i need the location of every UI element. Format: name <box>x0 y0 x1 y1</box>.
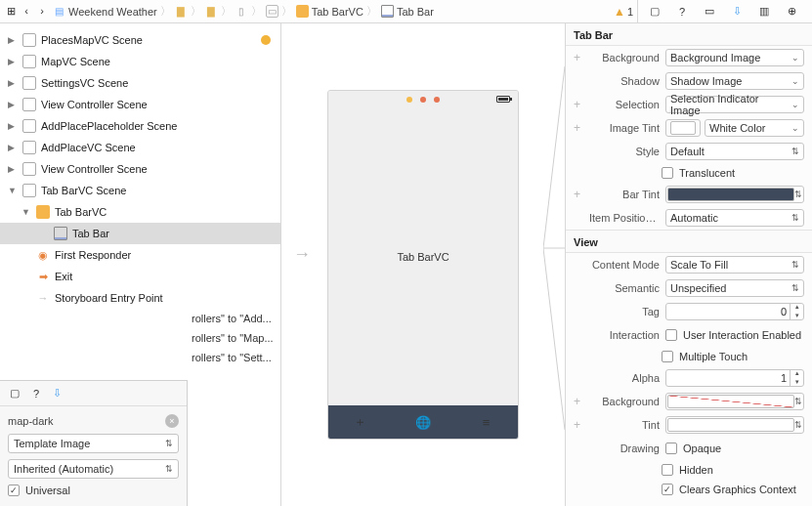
image-name-label: map-dark <box>8 415 53 427</box>
item-positioning-select[interactable]: Automatic⇅ <box>665 209 804 227</box>
image-tint-swatch[interactable] <box>665 119 701 137</box>
crumb-folder[interactable]: ▇〉 <box>175 4 201 19</box>
plus-icon[interactable]: + <box>574 51 583 64</box>
identity-inspector-icon[interactable]: ▭ <box>703 5 716 18</box>
plus-icon[interactable]: + <box>574 98 583 111</box>
scene-row[interactable]: ▶AddPlaceVC Scene <box>0 137 280 158</box>
scene-row[interactable]: ▶AddPlacePlaceholder Scene <box>0 115 280 137</box>
plus-icon[interactable]: + <box>574 395 583 408</box>
bar-tint-color[interactable]: ⇅ <box>665 186 804 203</box>
clears-checkbox[interactable] <box>662 484 673 495</box>
stepper[interactable]: ▴▾ <box>790 369 803 387</box>
attributes-icon[interactable]: ⇩ <box>53 387 62 400</box>
tabbar-icon <box>54 227 67 240</box>
back-arrow-icon[interactable]: ‹ <box>20 5 33 18</box>
connections-inspector-icon[interactable]: ⊕ <box>785 5 798 18</box>
universal-checkbox[interactable] <box>8 485 20 496</box>
document-outline: ▶PlacesMapVC Scene ▶MapVC Scene ▶Setting… <box>0 23 281 506</box>
hidden-checkbox[interactable] <box>662 464 673 476</box>
section-header-view: View <box>566 230 812 253</box>
render-as-select[interactable]: Template Image⇅ <box>8 434 179 453</box>
background-image-select[interactable]: Background Image⌄ <box>665 49 804 66</box>
outline-item-entry-point[interactable]: ▶→Storyboard Entry Point <box>0 287 280 309</box>
inspector-tabs: ▢ ? ▭ ⇩ ▥ ⊕ <box>637 0 808 23</box>
chevron-updown-icon: ⇅ <box>794 397 802 406</box>
crumb-file[interactable]: ▯〉 <box>235 4 262 19</box>
crumb-storyboard[interactable]: ▭〉 <box>266 4 292 19</box>
translucent-row[interactable]: Translucent <box>566 163 812 183</box>
warning-badge-icon <box>261 35 271 45</box>
clears-row[interactable]: Clears Graphics Context <box>566 480 812 499</box>
tint-color[interactable]: ⇅ <box>665 416 804 434</box>
canvas[interactable]: → Tab BarVC ＋ 🌐 ≡ <box>281 23 565 506</box>
plus-icon[interactable]: + <box>574 188 583 201</box>
size-inspector-icon[interactable]: ▥ <box>757 5 771 18</box>
chevron-updown-icon: ⇅ <box>794 420 802 430</box>
file-inspector-icon[interactable]: ▢ <box>10 387 20 400</box>
multiple-touch-checkbox[interactable] <box>662 351 673 362</box>
outline-item-exit[interactable]: ▶➡Exit <box>0 266 280 287</box>
file-inspector-icon[interactable]: ▢ <box>648 5 662 18</box>
scene-row[interactable]: ▶MapVC Scene <box>0 51 280 72</box>
globe-icon[interactable]: 🌐 <box>414 415 432 430</box>
plus-icon[interactable]: + <box>574 121 583 135</box>
chevron-updown-icon: ⇅ <box>165 464 173 474</box>
user-interaction-checkbox[interactable] <box>665 329 677 341</box>
quick-help-icon[interactable]: ? <box>675 6 689 18</box>
scene-row[interactable]: ▶PlacesMapVC Scene <box>0 29 280 51</box>
jump-bar: ⊞ ‹ › ▤ Weekend Weather〉 ▇〉 ▇〉 ▯〉 ▭〉 Tab… <box>0 0 812 23</box>
outline-item-first-responder[interactable]: ▶◉First Responder <box>0 244 280 266</box>
scene-icon <box>22 162 36 176</box>
multiple-touch-row[interactable]: Multiple Touch <box>566 347 812 366</box>
crumb-tabvc[interactable]: Tab BarVC〉 <box>296 4 377 19</box>
grid-icon[interactable]: ⊞ <box>4 5 18 18</box>
plus-icon[interactable]: + <box>574 418 583 432</box>
scale-select[interactable]: Inherited (Automatic)⇅ <box>8 459 179 479</box>
phone-tabbar[interactable]: ＋ 🌐 ≡ <box>328 405 518 439</box>
scene-row[interactable]: ▶View Controller Scene <box>0 158 280 180</box>
style-select[interactable]: Default⇅ <box>665 143 804 160</box>
plus-icon[interactable]: ＋ <box>351 413 368 431</box>
forward-arrow-icon[interactable]: › <box>35 5 49 18</box>
device-preview[interactable]: Tab BarVC ＋ 🌐 ≡ <box>327 90 519 440</box>
user-interaction-label: User Interaction Enabled <box>683 329 801 341</box>
chevron-updown-icon: ⇅ <box>165 439 173 448</box>
crumb-tabbar[interactable]: Tab Bar <box>381 5 434 18</box>
outline-item-tabbar[interactable]: ▶Tab Bar <box>0 223 280 244</box>
selection-image-select[interactable]: Selection Indicator Image⌄ <box>665 96 804 113</box>
shadow-image-select[interactable]: Shadow Image⌄ <box>665 72 804 90</box>
stepper[interactable]: ▴▾ <box>790 303 803 320</box>
doc-icon: ▤ <box>53 5 65 18</box>
scene-row[interactable]: ▼Tab BarVC Scene <box>0 180 280 201</box>
universal-label: Universal <box>25 485 70 496</box>
clear-icon[interactable]: × <box>165 414 179 428</box>
hidden-label: Hidden <box>679 464 713 476</box>
background-color[interactable]: ⇅ <box>665 393 804 410</box>
prop-tint: + Tint ⇅ <box>566 413 812 437</box>
chevron-down-icon: ⌄ <box>791 100 799 109</box>
crumb-folder[interactable]: ▇〉 <box>205 4 232 19</box>
content-mode-select[interactable]: Scale To Fill⇅ <box>665 256 804 274</box>
outline-ref-row[interactable]: rollers" to "Add... <box>0 309 280 328</box>
crumb-project[interactable]: ▤ Weekend Weather〉 <box>53 4 171 19</box>
hidden-row[interactable]: Hidden <box>566 460 812 480</box>
alpha-input[interactable]: 1▴▾ <box>665 369 804 387</box>
outline-item-tabvc[interactable]: ▼Tab BarVC <box>0 201 280 223</box>
tabvc-icon <box>296 5 309 18</box>
translucent-checkbox[interactable] <box>662 167 673 179</box>
attributes-inspector-icon[interactable]: ⇩ <box>730 5 744 18</box>
outline-ref-row[interactable]: rollers" to "Sett... <box>0 348 280 367</box>
menu-icon[interactable]: ≡ <box>478 415 495 430</box>
scene-row[interactable]: ▶View Controller Scene <box>0 94 280 115</box>
chevron-down-icon: ⌄ <box>791 123 799 133</box>
outline-ref-row[interactable]: rollers" to "Map... <box>0 328 280 348</box>
quick-help-icon[interactable]: ? <box>33 388 39 400</box>
image-tint-select[interactable]: White Color⌄ <box>705 119 804 137</box>
universal-row[interactable]: Universal <box>8 485 179 496</box>
opaque-checkbox[interactable] <box>665 443 677 454</box>
tag-input[interactable]: 0▴▾ <box>665 303 804 320</box>
folder-icon: ▇ <box>175 5 188 18</box>
issues-badge[interactable]: ▲ 1 <box>614 5 633 19</box>
semantic-select[interactable]: Unspecified⇅ <box>665 279 804 297</box>
scene-row[interactable]: ▶SettingsVC Scene <box>0 72 280 94</box>
